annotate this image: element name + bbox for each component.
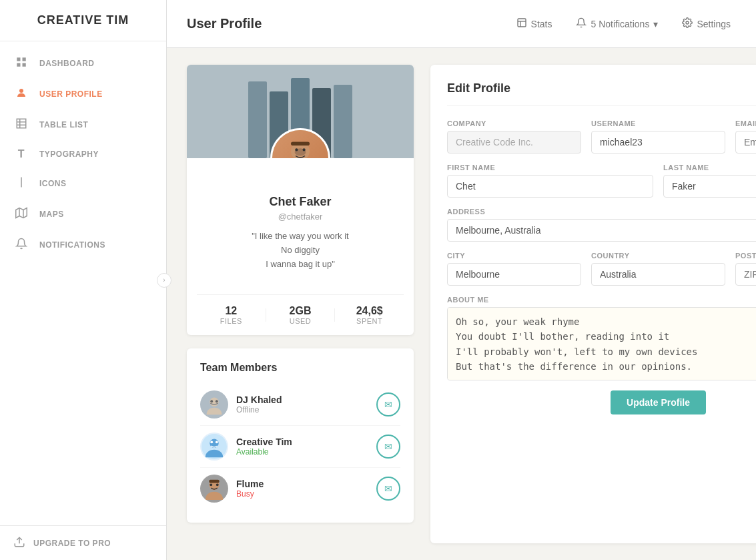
svg-point-34 xyxy=(216,484,219,487)
country-input[interactable] xyxy=(591,263,725,286)
email-input[interactable] xyxy=(735,131,756,154)
sidebar-label-notifications: NOTIFICATIONS xyxy=(39,240,105,250)
email-label: Email address xyxy=(735,119,756,127)
stats-button[interactable]: Stats xyxy=(511,14,558,33)
company-group: Company xyxy=(447,119,581,154)
icons-icon xyxy=(13,176,29,191)
profile-handle: @chetfaker xyxy=(200,212,400,222)
aboutme-label: About Me xyxy=(447,296,756,304)
profile-stats: 12 Files 2GB Used 24,6$ Spent xyxy=(197,294,404,335)
message-creative-tim-button[interactable]: ✉ xyxy=(376,435,400,459)
stat-used-label: Used xyxy=(266,317,335,325)
profile-card: Chet Faker @chetfaker "I like the way yo… xyxy=(187,65,414,335)
bio-line1: "I like the way you work it xyxy=(200,230,400,244)
svg-point-24 xyxy=(210,400,213,403)
sidebar-item-user-profile[interactable]: USER PROFILE xyxy=(0,79,166,109)
team-member-khaled: DJ Khaled Offline ✉ xyxy=(200,384,400,426)
team-members-card: Team Members DJ Khal xyxy=(187,348,414,523)
username-input[interactable] xyxy=(591,131,725,154)
upgrade-label: UPGRADE TO PRO xyxy=(33,539,111,548)
member-name-khaled: DJ Khaled xyxy=(236,394,376,405)
notifications-label: 5 Notifications xyxy=(591,19,649,29)
message-khaled-button[interactable]: ✉ xyxy=(376,392,400,416)
avatar xyxy=(270,128,330,158)
lastname-input[interactable] xyxy=(663,175,756,198)
svg-rect-0 xyxy=(17,57,20,61)
team-member-flume: Flume Busy ✉ xyxy=(200,468,400,509)
sidebar-item-typography[interactable]: T TYPOGRAPHY xyxy=(0,140,166,168)
brand-logo: CREATIVE TIM xyxy=(0,0,166,41)
company-label: Company xyxy=(447,119,581,127)
settings-button[interactable]: Settings xyxy=(677,14,736,33)
profile-info: Chet Faker @chetfaker "I like the way yo… xyxy=(187,158,414,284)
notifications-button[interactable]: 5 Notifications ▾ xyxy=(571,14,663,33)
stat-files: 12 Files xyxy=(197,305,266,325)
maps-icon xyxy=(13,207,29,222)
postal-group: Postal Code xyxy=(735,252,756,286)
sidebar-item-icons[interactable]: ICONS xyxy=(0,168,166,199)
username-label: Username xyxy=(591,119,725,127)
submit-row: Update Profile xyxy=(447,380,756,414)
member-avatar-creative-tim xyxy=(200,433,228,461)
stat-spent-label: Spent xyxy=(335,317,404,325)
notifications-chevron: ▾ xyxy=(653,19,658,29)
postal-input[interactable] xyxy=(735,263,756,286)
member-status-khaled: Offline xyxy=(236,405,376,414)
firstname-input[interactable] xyxy=(447,175,653,198)
book-1 xyxy=(248,81,267,158)
notifications-icon xyxy=(13,238,29,252)
address-input[interactable] xyxy=(447,219,756,242)
company-input[interactable] xyxy=(447,131,581,154)
profile-name: Chet Faker xyxy=(200,195,400,209)
sidebar-label-maps: MAPS xyxy=(39,210,64,219)
svg-point-28 xyxy=(210,441,213,444)
upgrade-to-pro[interactable]: UPGRADE TO PRO xyxy=(0,525,166,560)
sidebar: CREATIVE TIM DASHBOARD USER PROFILE TABL… xyxy=(0,0,167,560)
stat-files-label: Files xyxy=(197,317,266,325)
message-flume-button[interactable]: ✉ xyxy=(376,477,400,501)
sidebar-label-dashboard: DASHBOARD xyxy=(39,59,95,68)
update-profile-button[interactable]: Update Profile xyxy=(611,390,706,414)
address-label: Address xyxy=(447,208,756,216)
member-info-flume: Flume Busy xyxy=(236,479,376,499)
svg-rect-5 xyxy=(17,119,26,128)
typography-icon: T xyxy=(13,148,29,160)
member-info-khaled: DJ Khaled Offline xyxy=(236,394,376,414)
member-status-creative-tim: Available xyxy=(236,447,376,457)
form-row-2: First Name Last Name xyxy=(447,164,756,198)
sidebar-label-typography: TYPOGRAPHY xyxy=(39,150,99,159)
username-group: Username xyxy=(591,119,725,154)
profile-bio: "I like the way you work it No diggity I… xyxy=(200,230,400,271)
svg-point-15 xyxy=(686,21,689,24)
svg-marker-10 xyxy=(16,208,27,218)
sidebar-item-dashboard[interactable]: DASHBOARD xyxy=(0,48,166,79)
svg-point-33 xyxy=(210,484,212,487)
user-profile-icon xyxy=(13,87,29,101)
aboutme-textarea[interactable]: Oh so, your weak rhyme You doubt I'll bo… xyxy=(447,307,756,380)
stat-used: 2GB Used xyxy=(266,305,335,325)
stat-used-value: 2GB xyxy=(266,305,335,317)
sidebar-label-user-profile: USER PROFILE xyxy=(39,89,103,99)
table-icon xyxy=(13,117,29,132)
city-input[interactable] xyxy=(447,263,581,286)
form-row-4: City Country Postal Code xyxy=(447,252,756,286)
svg-point-29 xyxy=(216,441,218,444)
member-info-creative-tim: Creative Tim Available xyxy=(236,437,376,457)
book-5 xyxy=(334,85,352,158)
sidebar-collapse-button[interactable]: › xyxy=(157,273,171,288)
member-avatar-khaled xyxy=(200,390,228,418)
sidebar-label-icons: ICONS xyxy=(39,179,67,188)
dashboard-icon xyxy=(13,56,29,71)
settings-label: Settings xyxy=(697,19,731,29)
country-label: Country xyxy=(591,252,725,260)
member-name-creative-tim: Creative Tim xyxy=(236,437,376,447)
lastname-label: Last Name xyxy=(663,164,756,172)
sidebar-item-table-list[interactable]: TABLE LIST xyxy=(0,109,166,140)
aboutme-group: About Me Oh so, your weak rhyme You doub… xyxy=(447,296,756,380)
city-group: City xyxy=(447,252,581,286)
country-group: Country xyxy=(591,252,725,286)
topbar-actions: Stats 5 Notifications ▾ Settings xyxy=(511,14,736,33)
team-member-creative-tim: Creative Tim Available ✉ xyxy=(200,426,400,468)
sidebar-item-maps[interactable]: MAPS xyxy=(0,199,166,230)
sidebar-item-notifications[interactable]: NOTIFICATIONS xyxy=(0,230,166,260)
